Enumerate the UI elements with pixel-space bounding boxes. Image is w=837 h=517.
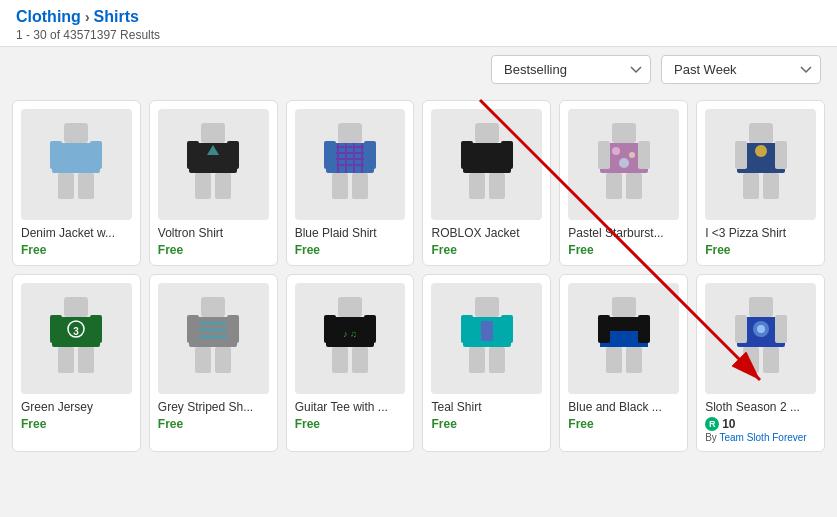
item-thumb-8 bbox=[158, 283, 269, 394]
item-thumb-6 bbox=[705, 109, 816, 220]
item-price-10: Free bbox=[431, 417, 542, 431]
breadcrumb-clothing[interactable]: Clothing bbox=[16, 8, 81, 26]
item-price-8: Free bbox=[158, 417, 269, 431]
item-card-5[interactable]: Pastel Starburst... Free bbox=[559, 100, 688, 266]
svg-rect-8 bbox=[187, 141, 199, 169]
svg-rect-78 bbox=[489, 347, 505, 373]
svg-rect-38 bbox=[638, 141, 650, 169]
svg-rect-47 bbox=[763, 173, 779, 199]
svg-rect-86 bbox=[749, 297, 773, 317]
svg-rect-75 bbox=[461, 315, 473, 343]
svg-rect-39 bbox=[606, 173, 622, 199]
svg-rect-70 bbox=[332, 347, 348, 373]
item-price-6: Free bbox=[705, 243, 816, 257]
svg-point-89 bbox=[757, 325, 765, 333]
item-card-10[interactable]: Teal Shirt Free bbox=[422, 274, 551, 452]
item-price-1: Free bbox=[21, 243, 132, 257]
svg-rect-77 bbox=[469, 347, 485, 373]
item-name-11: Blue and Black ... bbox=[568, 400, 679, 414]
item-price-9: Free bbox=[295, 417, 406, 431]
svg-rect-44 bbox=[735, 141, 747, 169]
svg-rect-28 bbox=[461, 141, 473, 169]
item-price-5: Free bbox=[568, 243, 679, 257]
creator-label: By bbox=[705, 432, 717, 443]
svg-rect-25 bbox=[352, 173, 368, 199]
svg-rect-92 bbox=[743, 347, 759, 373]
item-name-12: Sloth Season 2 ... bbox=[705, 400, 816, 414]
item-thumb-3 bbox=[295, 109, 406, 220]
svg-rect-11 bbox=[215, 173, 231, 199]
svg-rect-31 bbox=[489, 173, 505, 199]
item-thumb-9: ♪ ♫ bbox=[295, 283, 406, 394]
item-card-4[interactable]: ROBLOX Jacket Free bbox=[422, 100, 551, 266]
items-grid: Denim Jacket w... Free Voltron Shirt Fre… bbox=[0, 92, 837, 460]
svg-rect-0 bbox=[64, 123, 88, 143]
svg-rect-22 bbox=[324, 141, 336, 169]
svg-rect-74 bbox=[481, 321, 493, 341]
item-price-7: Free bbox=[21, 417, 132, 431]
item-card-11[interactable]: Blue and Black ... Free bbox=[559, 274, 688, 452]
item-card-7[interactable]: 3 Green Jersey Free bbox=[12, 274, 141, 452]
svg-rect-9 bbox=[227, 141, 239, 169]
svg-rect-79 bbox=[612, 297, 636, 317]
svg-point-36 bbox=[619, 158, 629, 168]
item-name-2: Voltron Shirt bbox=[158, 226, 269, 240]
item-thumb-1 bbox=[21, 109, 132, 220]
sort-dropdown[interactable]: Bestselling Relevance Price (Low to High… bbox=[491, 55, 651, 84]
svg-rect-12 bbox=[338, 123, 362, 143]
svg-rect-10 bbox=[195, 173, 211, 199]
svg-rect-46 bbox=[743, 173, 759, 199]
svg-rect-24 bbox=[332, 173, 348, 199]
item-name-1: Denim Jacket w... bbox=[21, 226, 132, 240]
creator-link-12[interactable]: Team Sloth Forever bbox=[719, 432, 806, 443]
svg-rect-4 bbox=[58, 173, 74, 199]
item-card-3[interactable]: Blue Plaid Shirt Free bbox=[286, 100, 415, 266]
svg-rect-85 bbox=[626, 347, 642, 373]
item-thumb-10 bbox=[431, 283, 542, 394]
svg-rect-45 bbox=[775, 141, 787, 169]
item-price-12: R 10 bbox=[705, 417, 816, 431]
item-card-2[interactable]: Voltron Shirt Free bbox=[149, 100, 278, 266]
svg-point-35 bbox=[629, 152, 635, 158]
svg-rect-62 bbox=[227, 315, 239, 343]
price-value-12: 10 bbox=[722, 417, 735, 431]
svg-rect-23 bbox=[364, 141, 376, 169]
svg-rect-65 bbox=[338, 297, 362, 317]
item-thumb-5 bbox=[568, 109, 679, 220]
svg-rect-91 bbox=[775, 315, 787, 343]
svg-rect-55 bbox=[78, 347, 94, 373]
svg-text:3: 3 bbox=[74, 326, 80, 337]
svg-point-43 bbox=[755, 145, 767, 157]
svg-rect-52 bbox=[50, 315, 62, 343]
svg-rect-3 bbox=[90, 141, 102, 169]
svg-rect-5 bbox=[78, 173, 94, 199]
svg-rect-2 bbox=[50, 141, 62, 169]
svg-rect-32 bbox=[612, 123, 636, 143]
item-thumb-4 bbox=[431, 109, 542, 220]
svg-rect-6 bbox=[201, 123, 225, 143]
item-card-8[interactable]: Grey Striped Sh... Free bbox=[149, 274, 278, 452]
breadcrumb-shirts: Shirts bbox=[94, 8, 139, 26]
item-card-12[interactable]: Sloth Season 2 ... R 10 By Team Sloth Fo… bbox=[696, 274, 825, 452]
svg-rect-37 bbox=[598, 141, 610, 169]
svg-rect-71 bbox=[352, 347, 368, 373]
item-price-11: Free bbox=[568, 417, 679, 431]
item-name-4: ROBLOX Jacket bbox=[431, 226, 542, 240]
item-name-6: I <3 Pizza Shirt bbox=[705, 226, 816, 240]
svg-rect-76 bbox=[501, 315, 513, 343]
breadcrumb: Clothing › Shirts bbox=[16, 8, 821, 26]
item-card-1[interactable]: Denim Jacket w... Free bbox=[12, 100, 141, 266]
svg-rect-29 bbox=[501, 141, 513, 169]
time-dropdown[interactable]: Past Day Past Week Past Month All Time bbox=[661, 55, 821, 84]
item-card-6[interactable]: I <3 Pizza Shirt Free bbox=[696, 100, 825, 266]
breadcrumb-separator: › bbox=[85, 9, 90, 25]
item-card-9[interactable]: ♪ ♫ Guitar Tee with ... Free bbox=[286, 274, 415, 452]
item-name-8: Grey Striped Sh... bbox=[158, 400, 269, 414]
svg-rect-63 bbox=[195, 347, 211, 373]
svg-rect-26 bbox=[475, 123, 499, 143]
svg-rect-54 bbox=[58, 347, 74, 373]
item-name-7: Green Jersey bbox=[21, 400, 132, 414]
svg-rect-30 bbox=[469, 173, 485, 199]
item-price-3: Free bbox=[295, 243, 406, 257]
item-name-3: Blue Plaid Shirt bbox=[295, 226, 406, 240]
